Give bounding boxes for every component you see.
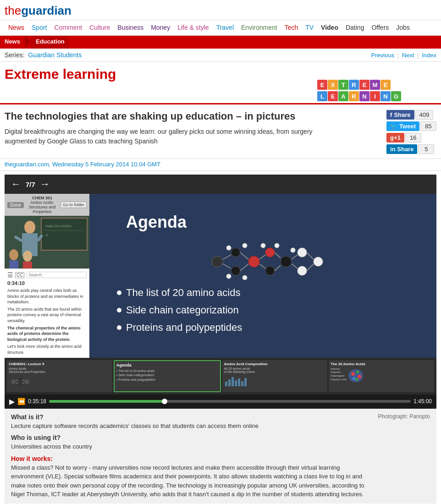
nav-business[interactable]: Business <box>114 22 147 33</box>
slide-left-panel: Done CHEM 301 Amino Acids: Structures an… <box>5 194 89 358</box>
svg-point-38 <box>275 243 279 248</box>
article-section: f Share 409 🐦 Tweet 85 g+1 16 in Share 5… <box>0 104 441 159</box>
thumbnail-strip: CHEM301: Lecture 5 Amino Acids Structure… <box>5 358 436 394</box>
list-icon[interactable]: ☰ <box>7 271 13 279</box>
svg-point-44 <box>18 382 22 386</box>
slide-done-button[interactable]: Done <box>7 202 24 208</box>
how-text: Missed a class? Not to worry - many univ… <box>11 463 369 499</box>
slide-text-1: Amino acids play central roles both as b… <box>7 288 87 305</box>
gallery-count: 7/7 <box>26 181 35 188</box>
nav-tech[interactable]: Tech <box>281 22 302 33</box>
svg-point-61 <box>353 377 355 380</box>
breadcrumb-education[interactable]: Education <box>31 36 69 49</box>
nav-jobs[interactable]: Jobs <box>392 22 413 33</box>
svg-line-25 <box>240 252 248 259</box>
rewind-button[interactable]: ⏪ <box>17 398 25 405</box>
thumbnail-3[interactable]: Amino Acid Composition All 20 amino acid… <box>222 360 328 392</box>
svg-rect-52 <box>232 377 234 386</box>
slide-controls: ☰ CC 0:34:10 Amino acids play central ro… <box>5 268 89 358</box>
svg-line-49 <box>22 383 25 383</box>
svg-point-19 <box>281 256 292 267</box>
title-area: Extreme learning E X T R E M E L E A R N… <box>0 62 441 104</box>
svg-rect-12 <box>23 262 32 268</box>
svg-line-29 <box>275 252 281 258</box>
logo-guardian: guardian <box>21 4 72 17</box>
nav-video[interactable]: Video <box>317 22 342 33</box>
slide-text-2: The 20 amino acids that are found within… <box>7 307 87 324</box>
photo-credit: Photograph: Panopto <box>378 413 430 420</box>
breadcrumb-news[interactable]: News <box>0 36 25 49</box>
svg-point-18 <box>265 266 275 275</box>
svg-line-33 <box>307 252 314 259</box>
svg-point-16 <box>248 256 259 267</box>
molecule-diagram <box>199 239 327 280</box>
svg-point-62 <box>355 378 358 381</box>
gallery-prev-button[interactable]: ← <box>11 178 21 190</box>
svg-line-23 <box>223 255 231 259</box>
nav-culture[interactable]: Culture <box>86 22 114 33</box>
cc-icon[interactable]: CC <box>15 272 24 278</box>
gallery: ← 7/7 → Done CHEM 301 Amino Acids: Struc… <box>5 175 436 409</box>
caption-area: What is it? Lecture capture software rec… <box>5 409 436 504</box>
facebook-share-row: f Share 409 <box>386 110 436 120</box>
classroom-image: H₂N-CH-COOH R <box>5 216 89 268</box>
svg-point-14 <box>231 248 240 257</box>
site-logo[interactable]: theguardian <box>5 4 436 18</box>
article-title: The technologies that are shaking up edu… <box>5 110 316 123</box>
who-text: Universities across the country <box>11 442 369 451</box>
nav-news[interactable]: News <box>5 22 28 33</box>
svg-point-45 <box>25 379 29 384</box>
nav-comment[interactable]: Comment <box>50 22 86 33</box>
twitter-share-button[interactable]: 🐦 Tweet <box>386 121 419 131</box>
progress-bar-area: ▶ ⏪ 0:35:18 1:45:00 <box>5 394 436 409</box>
nav-sport[interactable]: Sport <box>28 22 50 33</box>
progress-track[interactable] <box>49 400 411 403</box>
dateline: theguardian.com, Wednesday 5 February 20… <box>0 159 441 171</box>
thumbnail-4[interactable]: The 20 Amino Acids Alanine Arginine Aspa… <box>329 360 434 392</box>
slide-search-input[interactable] <box>26 272 87 278</box>
twitter-icon: 🐦 <box>390 123 397 130</box>
svg-rect-51 <box>228 379 231 386</box>
facebook-share-button[interactable]: f Share <box>386 110 414 120</box>
thumbnail-1[interactable]: CHEM301: Lecture 5 Amino Acids Structure… <box>7 360 112 392</box>
slide-course-subtitle: Amino Acids: Structures and Properties <box>24 200 61 214</box>
linkedin-count: 5 <box>418 144 434 154</box>
linkedin-share-button[interactable]: in Share <box>386 144 417 154</box>
prev-link[interactable]: Previous <box>371 52 395 59</box>
progress-time-start: 0:35:18 <box>28 398 46 405</box>
gplus-share-button[interactable]: g+1 <box>386 133 404 142</box>
agenda-bullet-3: Proteins and polypeptides <box>117 322 242 334</box>
nav-tv[interactable]: TV <box>302 22 317 33</box>
nav-money[interactable]: Money <box>147 22 174 33</box>
slide-text-3: The chemical properties of the amino aci… <box>7 325 87 343</box>
thumbnail-2[interactable]: Agenda • The list of 20 amino acids • Si… <box>114 360 221 392</box>
index-link[interactable]: Index <box>422 52 436 59</box>
nav-dating[interactable]: Dating <box>342 22 368 33</box>
slide-course-title: CHEM 301 <box>24 196 61 200</box>
svg-point-13 <box>212 256 223 267</box>
logo-the: the <box>5 4 21 17</box>
svg-line-46 <box>16 380 18 381</box>
svg-line-32 <box>292 264 298 268</box>
play-button[interactable]: ▶ <box>9 397 15 406</box>
svg-point-40 <box>226 274 231 279</box>
nav-lifestyle[interactable]: Life & style <box>174 22 212 33</box>
svg-point-20 <box>298 248 307 257</box>
svg-rect-50 <box>225 382 227 386</box>
site-header: theguardian <box>0 0 441 20</box>
gallery-next-button[interactable]: → <box>40 178 50 190</box>
slide-folder-button[interactable]: Go to folder <box>61 202 87 208</box>
next-link[interactable]: Next <box>402 52 414 59</box>
twitter-share-row: 🐦 Tweet 85 <box>386 121 436 131</box>
nav-travel[interactable]: Travel <box>213 22 237 33</box>
nav-environment[interactable]: Environment <box>237 22 281 33</box>
svg-line-47 <box>16 383 18 383</box>
svg-point-37 <box>261 243 265 248</box>
nav-offers[interactable]: Offers <box>368 22 392 33</box>
progress-handle[interactable] <box>162 399 167 404</box>
svg-line-26 <box>240 264 248 271</box>
share-area: f Share 409 🐦 Tweet 85 g+1 16 in Share 5 <box>386 110 436 156</box>
series-link[interactable]: Guardian Students <box>28 51 82 59</box>
agenda-bullet-2: Side chain categorization <box>117 304 242 316</box>
svg-rect-54 <box>238 378 240 386</box>
